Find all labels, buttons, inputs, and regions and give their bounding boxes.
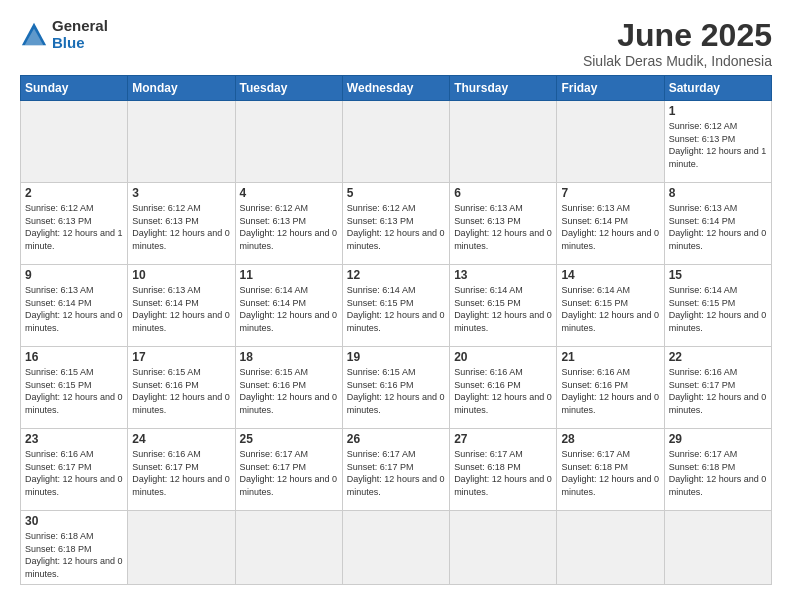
day-info: Sunrise: 6:12 AM Sunset: 6:13 PM Dayligh…: [240, 202, 338, 252]
calendar-week: 30 Sunrise: 6:18 AM Sunset: 6:18 PM Dayl…: [21, 511, 772, 584]
calendar-cell: 6 Sunrise: 6:13 AM Sunset: 6:13 PM Dayli…: [450, 183, 557, 265]
day-info: Sunrise: 6:17 AM Sunset: 6:18 PM Dayligh…: [669, 448, 767, 498]
day-number: 23: [25, 432, 123, 446]
day-info: Sunrise: 6:14 AM Sunset: 6:14 PM Dayligh…: [240, 284, 338, 334]
calendar-cell: 8 Sunrise: 6:13 AM Sunset: 6:14 PM Dayli…: [664, 183, 771, 265]
day-info: Sunrise: 6:16 AM Sunset: 6:17 PM Dayligh…: [132, 448, 230, 498]
day-info: Sunrise: 6:17 AM Sunset: 6:17 PM Dayligh…: [240, 448, 338, 498]
sunrise-label: Sunrise: 6:15 AM: [240, 367, 309, 377]
daylight-label: Daylight: 12 hours and 0 minutes.: [347, 474, 445, 497]
day-number: 4: [240, 186, 338, 200]
daylight-label: Daylight: 12 hours and 0 minutes.: [669, 474, 767, 497]
calendar-cell: 7 Sunrise: 6:13 AM Sunset: 6:14 PM Dayli…: [557, 183, 664, 265]
day-number: 9: [25, 268, 123, 282]
day-number: 5: [347, 186, 445, 200]
calendar-cell: 4 Sunrise: 6:12 AM Sunset: 6:13 PM Dayli…: [235, 183, 342, 265]
daylight-label: Daylight: 12 hours and 0 minutes.: [347, 228, 445, 251]
sunset-label: Sunset: 6:14 PM: [25, 298, 92, 308]
calendar-week: 1 Sunrise: 6:12 AM Sunset: 6:13 PM Dayli…: [21, 101, 772, 183]
col-tuesday: Tuesday: [235, 76, 342, 101]
daylight-label: Daylight: 12 hours and 0 minutes.: [454, 228, 552, 251]
daylight-label: Daylight: 12 hours and 0 minutes.: [240, 310, 338, 333]
day-info: Sunrise: 6:12 AM Sunset: 6:13 PM Dayligh…: [347, 202, 445, 252]
daylight-label: Daylight: 12 hours and 0 minutes.: [240, 474, 338, 497]
calendar-cell: [342, 511, 449, 584]
sunrise-label: Sunrise: 6:16 AM: [669, 367, 738, 377]
sunset-label: Sunset: 6:13 PM: [347, 216, 414, 226]
sunrise-label: Sunrise: 6:12 AM: [240, 203, 309, 213]
sunrise-label: Sunrise: 6:16 AM: [25, 449, 94, 459]
calendar-cell: [557, 101, 664, 183]
sunset-label: Sunset: 6:16 PM: [240, 380, 307, 390]
daylight-label: Daylight: 12 hours and 0 minutes.: [347, 310, 445, 333]
sunrise-label: Sunrise: 6:14 AM: [454, 285, 523, 295]
sunset-label: Sunset: 6:14 PM: [240, 298, 307, 308]
day-info: Sunrise: 6:18 AM Sunset: 6:18 PM Dayligh…: [25, 530, 123, 580]
sunset-label: Sunset: 6:15 PM: [25, 380, 92, 390]
calendar-cell: 16 Sunrise: 6:15 AM Sunset: 6:15 PM Dayl…: [21, 347, 128, 429]
day-info: Sunrise: 6:15 AM Sunset: 6:16 PM Dayligh…: [240, 366, 338, 416]
sunrise-label: Sunrise: 6:15 AM: [347, 367, 416, 377]
calendar-week: 2 Sunrise: 6:12 AM Sunset: 6:13 PM Dayli…: [21, 183, 772, 265]
day-info: Sunrise: 6:15 AM Sunset: 6:15 PM Dayligh…: [25, 366, 123, 416]
daylight-label: Daylight: 12 hours and 0 minutes.: [25, 392, 123, 415]
day-info: Sunrise: 6:16 AM Sunset: 6:16 PM Dayligh…: [454, 366, 552, 416]
daylight-label: Daylight: 12 hours and 0 minutes.: [669, 392, 767, 415]
day-info: Sunrise: 6:17 AM Sunset: 6:18 PM Dayligh…: [454, 448, 552, 498]
sunset-label: Sunset: 6:16 PM: [454, 380, 521, 390]
sunrise-label: Sunrise: 6:17 AM: [240, 449, 309, 459]
calendar-cell: [235, 511, 342, 584]
day-info: Sunrise: 6:15 AM Sunset: 6:16 PM Dayligh…: [132, 366, 230, 416]
sunrise-label: Sunrise: 6:16 AM: [454, 367, 523, 377]
col-thursday: Thursday: [450, 76, 557, 101]
day-number: 15: [669, 268, 767, 282]
calendar-table: Sunday Monday Tuesday Wednesday Thursday…: [20, 75, 772, 584]
sunset-label: Sunset: 6:15 PM: [454, 298, 521, 308]
sunset-label: Sunset: 6:15 PM: [561, 298, 628, 308]
sunrise-label: Sunrise: 6:14 AM: [240, 285, 309, 295]
calendar-cell: 3 Sunrise: 6:12 AM Sunset: 6:13 PM Dayli…: [128, 183, 235, 265]
calendar-cell: 30 Sunrise: 6:18 AM Sunset: 6:18 PM Dayl…: [21, 511, 128, 584]
sunrise-label: Sunrise: 6:13 AM: [132, 285, 201, 295]
sunrise-label: Sunrise: 6:12 AM: [347, 203, 416, 213]
sunset-label: Sunset: 6:16 PM: [347, 380, 414, 390]
sunset-label: Sunset: 6:18 PM: [454, 462, 521, 472]
calendar-cell: 13 Sunrise: 6:14 AM Sunset: 6:15 PM Dayl…: [450, 265, 557, 347]
day-number: 12: [347, 268, 445, 282]
sunrise-label: Sunrise: 6:14 AM: [669, 285, 738, 295]
day-number: 21: [561, 350, 659, 364]
day-info: Sunrise: 6:13 AM Sunset: 6:14 PM Dayligh…: [132, 284, 230, 334]
daylight-label: Daylight: 12 hours and 0 minutes.: [25, 474, 123, 497]
sunrise-label: Sunrise: 6:15 AM: [25, 367, 94, 377]
sunset-label: Sunset: 6:16 PM: [132, 380, 199, 390]
day-info: Sunrise: 6:12 AM Sunset: 6:13 PM Dayligh…: [25, 202, 123, 252]
day-number: 26: [347, 432, 445, 446]
col-saturday: Saturday: [664, 76, 771, 101]
day-number: 2: [25, 186, 123, 200]
daylight-label: Daylight: 12 hours and 0 minutes.: [132, 474, 230, 497]
day-info: Sunrise: 6:14 AM Sunset: 6:15 PM Dayligh…: [669, 284, 767, 334]
sunrise-label: Sunrise: 6:13 AM: [561, 203, 630, 213]
sunset-label: Sunset: 6:18 PM: [25, 544, 92, 554]
day-number: 13: [454, 268, 552, 282]
daylight-label: Daylight: 12 hours and 0 minutes.: [454, 474, 552, 497]
calendar-cell: [664, 511, 771, 584]
calendar-cell: 24 Sunrise: 6:16 AM Sunset: 6:17 PM Dayl…: [128, 429, 235, 511]
day-number: 14: [561, 268, 659, 282]
calendar-cell: [235, 101, 342, 183]
day-info: Sunrise: 6:16 AM Sunset: 6:16 PM Dayligh…: [561, 366, 659, 416]
col-monday: Monday: [128, 76, 235, 101]
calendar-cell: 17 Sunrise: 6:15 AM Sunset: 6:16 PM Dayl…: [128, 347, 235, 429]
calendar-week: 9 Sunrise: 6:13 AM Sunset: 6:14 PM Dayli…: [21, 265, 772, 347]
sunrise-label: Sunrise: 6:17 AM: [454, 449, 523, 459]
daylight-label: Daylight: 12 hours and 0 minutes.: [561, 310, 659, 333]
day-info: Sunrise: 6:13 AM Sunset: 6:14 PM Dayligh…: [669, 202, 767, 252]
calendar-cell: 19 Sunrise: 6:15 AM Sunset: 6:16 PM Dayl…: [342, 347, 449, 429]
sunrise-label: Sunrise: 6:13 AM: [25, 285, 94, 295]
calendar-cell: 21 Sunrise: 6:16 AM Sunset: 6:16 PM Dayl…: [557, 347, 664, 429]
sunset-label: Sunset: 6:18 PM: [561, 462, 628, 472]
day-info: Sunrise: 6:13 AM Sunset: 6:14 PM Dayligh…: [561, 202, 659, 252]
day-info: Sunrise: 6:16 AM Sunset: 6:17 PM Dayligh…: [669, 366, 767, 416]
sunrise-label: Sunrise: 6:12 AM: [25, 203, 94, 213]
day-info: Sunrise: 6:14 AM Sunset: 6:15 PM Dayligh…: [561, 284, 659, 334]
